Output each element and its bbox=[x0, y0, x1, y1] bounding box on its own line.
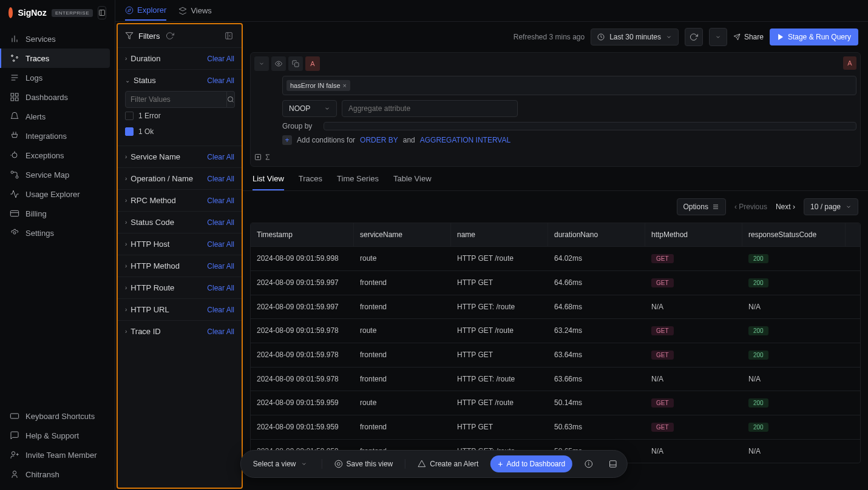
next-button[interactable]: Next › bbox=[773, 200, 798, 213]
table-row[interactable]: 2024-08-09 09:01:59.998routeHTTP GET /ro… bbox=[251, 246, 860, 270]
save-view-button[interactable]: Save this view bbox=[331, 457, 397, 471]
nav-shortcuts[interactable]: Keyboard Shortcuts bbox=[0, 406, 115, 426]
chevron-icon: ⌄ bbox=[125, 77, 130, 84]
nav-services[interactable]: Services bbox=[0, 29, 115, 49]
add-query-button[interactable] bbox=[254, 153, 262, 163]
filter-group-header[interactable]: ›RPC MethodClear All bbox=[118, 190, 242, 211]
clear-filter-button[interactable]: Clear All bbox=[207, 55, 234, 63]
sync-filters-button[interactable] bbox=[164, 30, 175, 41]
agg-interval-link[interactable]: AGGREGATION INTERVAL bbox=[420, 136, 510, 144]
remove-tag-button[interactable]: × bbox=[343, 82, 347, 89]
filter-option[interactable]: 1 Ok bbox=[125, 124, 234, 139]
nav-traces[interactable]: Traces bbox=[0, 49, 110, 68]
collapse-sidebar-button[interactable] bbox=[98, 6, 106, 19]
vtab-table[interactable]: Table View bbox=[393, 174, 432, 190]
where-input[interactable]: hasError IN false× bbox=[282, 76, 856, 95]
nav-logs[interactable]: Logs bbox=[0, 68, 115, 87]
nav-settings[interactable]: Settings bbox=[0, 223, 115, 243]
table-row[interactable]: 2024-08-09 09:01:59.997frontendHTTP GET:… bbox=[251, 295, 860, 318]
table-row[interactable]: 2024-08-09 09:01:59.978routeHTTP GET /ro… bbox=[251, 318, 860, 343]
nav-dashboards[interactable]: Dashboards bbox=[0, 87, 115, 107]
clear-filter-button[interactable]: Clear All bbox=[207, 196, 234, 205]
table-row[interactable]: 2024-08-09 09:01:59.978frontendHTTP GET:… bbox=[251, 367, 860, 391]
collapse-filters-button[interactable] bbox=[223, 30, 234, 41]
select-view-dropdown[interactable]: Select a view bbox=[247, 456, 313, 472]
aggregate-attr-input[interactable] bbox=[342, 100, 518, 117]
filter-search-input[interactable] bbox=[125, 91, 227, 108]
table-row[interactable]: 2024-08-09 09:01:59.978frontendHTTP GET6… bbox=[251, 343, 860, 367]
filter-group-header[interactable]: ›Status CodeClear All bbox=[118, 212, 242, 233]
tab-explorer[interactable]: Explorer bbox=[125, 1, 166, 21]
clear-filter-button[interactable]: Clear All bbox=[207, 262, 234, 270]
chevron-icon: › bbox=[125, 284, 127, 291]
table-row[interactable]: 2024-08-09 09:01:59.959frontendHTTP GET5… bbox=[251, 415, 860, 439]
filter-group-header[interactable]: ›HTTP URLClear All bbox=[118, 299, 242, 320]
col-name[interactable]: name bbox=[451, 223, 548, 246]
disc-icon bbox=[334, 460, 343, 468]
orderby-link[interactable]: ORDER BY bbox=[360, 136, 398, 144]
nav-service-map[interactable]: Service Map bbox=[0, 165, 115, 184]
clear-filter-button[interactable]: Clear All bbox=[207, 327, 234, 336]
add-condition-button[interactable]: + bbox=[282, 135, 292, 145]
clear-filter-button[interactable]: Clear All bbox=[207, 175, 234, 183]
nav-user[interactable]: Chitransh bbox=[0, 465, 115, 484]
filter-group-header[interactable]: ›HTTP RouteClear All bbox=[118, 277, 242, 298]
col-method[interactable]: httpMethod bbox=[645, 223, 742, 246]
vtab-list[interactable]: List View bbox=[253, 174, 284, 190]
create-alert-button[interactable]: Create an Alert bbox=[414, 457, 482, 471]
filter-group-header[interactable]: ›Service NameClear All bbox=[118, 146, 242, 167]
vtab-traces[interactable]: Traces bbox=[299, 174, 322, 190]
nav-invite[interactable]: Invite Team Member bbox=[0, 445, 115, 465]
tab-views[interactable]: Views bbox=[178, 1, 211, 20]
col-service[interactable]: serviceName bbox=[354, 223, 451, 246]
col-timestamp[interactable]: Timestamp bbox=[251, 223, 354, 246]
clear-filter-button[interactable]: Clear All bbox=[207, 306, 234, 314]
clear-filter-button[interactable]: Clear All bbox=[207, 76, 234, 85]
filter-group: ›HTTP RouteClear All bbox=[118, 277, 242, 298]
clear-filter-button[interactable]: Clear All bbox=[207, 240, 234, 249]
svg-point-40 bbox=[278, 63, 280, 65]
expand-button[interactable] bbox=[605, 457, 621, 471]
query-label-a[interactable]: A bbox=[305, 56, 320, 71]
nav-billing[interactable]: Billing bbox=[0, 204, 115, 223]
table-row[interactable]: 2024-08-09 09:01:59.959routeHTTP GET /ro… bbox=[251, 391, 860, 415]
refresh-button[interactable] bbox=[685, 28, 703, 46]
aggregate-op-select[interactable]: NOOP bbox=[282, 100, 337, 117]
run-query-button[interactable]: Stage & Run Query bbox=[770, 29, 858, 45]
table-row[interactable]: 2024-08-09 09:01:59.997frontendHTTP GET6… bbox=[251, 270, 860, 295]
options-button[interactable]: Options bbox=[677, 198, 726, 215]
nav-exceptions[interactable]: Exceptions bbox=[0, 146, 115, 165]
visibility-button[interactable] bbox=[271, 56, 286, 71]
vtab-timeseries[interactable]: Time Series bbox=[337, 174, 379, 190]
col-duration[interactable]: durationNano bbox=[548, 223, 645, 246]
clear-filter-button[interactable]: Clear All bbox=[207, 284, 234, 292]
nav-integrations[interactable]: Integrations bbox=[0, 126, 115, 146]
groupby-input[interactable] bbox=[324, 122, 856, 130]
filter-search-button[interactable] bbox=[227, 91, 235, 108]
svg-marker-29 bbox=[128, 8, 131, 12]
clear-filter-button[interactable]: Clear All bbox=[207, 153, 234, 161]
svg-point-24 bbox=[12, 452, 15, 455]
col-status[interactable]: responseStatusCode bbox=[742, 223, 846, 246]
nav-alerts[interactable]: Alerts bbox=[0, 107, 115, 126]
time-range-dropdown[interactable]: Last 30 minutes bbox=[591, 29, 679, 45]
collapse-query-button[interactable] bbox=[254, 56, 269, 71]
share-button[interactable]: Share bbox=[733, 33, 764, 41]
prev-button[interactable]: ‹ Previous bbox=[732, 200, 770, 213]
filter-group-header[interactable]: ›Trace IDClear All bbox=[118, 321, 242, 342]
nav-help[interactable]: Help & Support bbox=[0, 426, 115, 445]
clear-filter-button[interactable]: Clear All bbox=[207, 218, 234, 227]
add-dashboard-button[interactable]: +Add to Dashboard bbox=[490, 455, 572, 472]
filter-option[interactable]: 1 Error bbox=[125, 108, 234, 124]
refresh-options-button[interactable] bbox=[709, 28, 727, 46]
add-formula-button[interactable] bbox=[264, 153, 271, 163]
filter-group-header[interactable]: ›HTTP MethodClear All bbox=[118, 255, 242, 277]
info-button[interactable] bbox=[581, 457, 597, 471]
filter-group-header[interactable]: ›Operation / NameClear All bbox=[118, 168, 242, 189]
filter-group-header[interactable]: ⌄StatusClear All bbox=[118, 70, 242, 91]
filter-group-header[interactable]: ›DurationClear All bbox=[118, 48, 242, 69]
page-size-select[interactable]: 10 / page bbox=[804, 198, 858, 215]
filter-group-header[interactable]: ›HTTP HostClear All bbox=[118, 233, 242, 255]
copy-query-button[interactable] bbox=[288, 56, 303, 71]
nav-usage-explorer[interactable]: Usage Explorer bbox=[0, 184, 115, 204]
